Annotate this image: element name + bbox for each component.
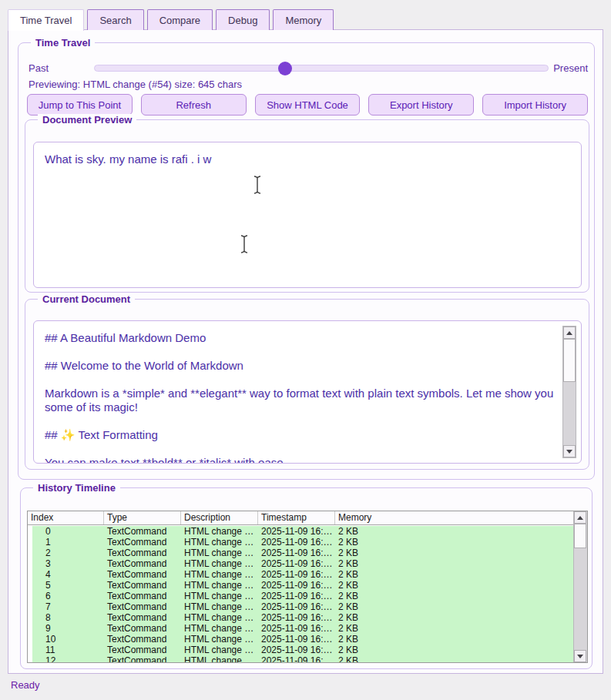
current-document-text: ## A Beautiful Markdown Demo ## Welcome … (45, 331, 556, 464)
table-cell: 2025-11-09 16:… (258, 612, 335, 623)
table-cell: HTML change … (181, 580, 258, 591)
export-history-button[interactable]: Export History (368, 94, 474, 116)
table-cell: TextCommand (104, 655, 181, 662)
table-cell: 2025-11-09 16:… (258, 569, 335, 580)
table-cell: TextCommand (104, 634, 181, 645)
current-document-textarea[interactable]: ## A Beautiful Markdown Demo ## Welcome … (33, 320, 582, 464)
history-table: IndexTypeDescriptionTimestampMemory 0Tex… (27, 511, 588, 663)
scroll-up-button[interactable] (574, 511, 586, 524)
history-slider-row: Past Present (29, 60, 588, 75)
column-header-memory[interactable]: Memory (335, 511, 587, 524)
table-cell: HTML change … (181, 655, 258, 662)
table-cell: TextCommand (104, 548, 181, 558)
table-cell: 2 (32, 548, 104, 558)
table-row[interactable]: 3TextCommandHTML change …2025-11-09 16:…… (32, 558, 573, 569)
time-travel-button-row: Jump to This PointRefreshShow HTML CodeE… (27, 94, 588, 116)
tab-debug[interactable]: Debug (216, 9, 270, 30)
table-cell: 8 (32, 612, 104, 623)
history-timeline-group-label: History Timeline (33, 482, 120, 494)
current-document-scrollbar[interactable] (562, 326, 576, 458)
tab-compare[interactable]: Compare (147, 9, 213, 30)
table-cell: HTML change … (181, 548, 258, 558)
table-row[interactable]: 12TextCommandHTML change …2025-11-09 16:… (32, 655, 573, 662)
table-cell: HTML change … (181, 569, 258, 580)
table-cell: HTML change … (181, 612, 258, 623)
tab-time-travel[interactable]: Time Travel (8, 9, 84, 31)
tab-bar: Time TravelSearchCompareDebugMemory (8, 9, 334, 31)
text-cursor-icon (240, 234, 249, 254)
table-cell: 9 (32, 623, 104, 634)
table-cell: TextCommand (104, 601, 181, 612)
document-preview-textarea[interactable]: What is sky. my name is rafi . i w (33, 142, 582, 288)
table-cell: HTML change … (181, 645, 258, 655)
column-header-description[interactable]: Description (181, 511, 258, 524)
tab-memory[interactable]: Memory (273, 9, 334, 30)
history-table-scrollbar[interactable] (573, 511, 587, 662)
jump-to-this-point-button[interactable]: Jump to This Point (27, 94, 133, 116)
history-slider-track[interactable] (94, 65, 549, 72)
import-history-button[interactable]: Import History (482, 94, 588, 116)
table-row[interactable]: 7TextCommandHTML change …2025-11-09 16:…… (32, 601, 573, 612)
previewing-status-label: Previewing: HTML change (#54) size: 645 … (29, 79, 242, 90)
table-row[interactable]: 1TextCommandHTML change …2025-11-09 16:…… (32, 537, 573, 548)
table-row[interactable]: 0TextCommandHTML change …2025-11-09 16:…… (32, 526, 573, 537)
table-cell: 11 (32, 645, 104, 655)
table-cell: 2025-11-09 16:… (258, 655, 335, 662)
refresh-button[interactable]: Refresh (141, 94, 247, 116)
document-preview-text: What is sky. my name is rafi . i w (45, 152, 556, 166)
table-cell: 2025-11-09 16:… (258, 601, 335, 612)
tab-search[interactable]: Search (87, 9, 143, 30)
scroll-down-button[interactable] (563, 445, 576, 457)
history-slider-thumb[interactable] (278, 62, 292, 75)
table-cell: 2025-11-09 16:… (258, 526, 335, 537)
show-html-code-button[interactable]: Show HTML Code (255, 94, 361, 116)
scroll-down-button[interactable] (574, 650, 586, 662)
table-cell: 4 (32, 569, 104, 580)
table-row[interactable]: 8TextCommandHTML change …2025-11-09 16:…… (32, 612, 573, 623)
table-row[interactable]: 11TextCommandHTML change …2025-11-09 16:… (32, 645, 573, 655)
table-cell: 0 (32, 526, 104, 537)
scroll-up-button[interactable] (563, 327, 576, 339)
table-row[interactable]: 4TextCommandHTML change …2025-11-09 16:…… (32, 569, 573, 580)
table-cell: HTML change … (181, 623, 258, 634)
table-cell: TextCommand (104, 645, 181, 655)
table-cell: HTML change … (181, 558, 258, 569)
table-cell: 2025-11-09 16:… (258, 558, 335, 569)
table-cell: 12 (32, 655, 104, 662)
scrollbar-thumb[interactable] (574, 524, 586, 548)
table-cell: 7 (32, 601, 104, 612)
table-cell: 2 KB (335, 612, 573, 623)
tab-content-panel: Time Travel Past Present Previewing: HTM… (8, 29, 603, 674)
table-row[interactable]: 5TextCommandHTML change …2025-11-09 16:…… (32, 580, 573, 591)
current-document-group-label: Current Document (38, 293, 135, 305)
table-cell: HTML change … (181, 526, 258, 537)
table-cell: TextCommand (104, 558, 181, 569)
document-preview-group-label: Document Preview (38, 114, 136, 126)
table-cell: 2 KB (335, 634, 573, 645)
column-header-timestamp[interactable]: Timestamp (258, 511, 335, 524)
history-timeline-group: History Timeline IndexTypeDescriptionTim… (20, 487, 593, 669)
table-cell: 2 KB (335, 526, 573, 537)
history-table-body: 0TextCommandHTML change …2025-11-09 16:…… (28, 526, 573, 662)
column-header-type[interactable]: Type (104, 511, 181, 524)
table-cell: 2 KB (335, 655, 573, 662)
table-row[interactable]: 9TextCommandHTML change …2025-11-09 16:…… (32, 623, 573, 634)
table-row[interactable]: 10TextCommandHTML change …2025-11-09 16:… (32, 634, 573, 645)
slider-past-label: Past (29, 62, 49, 74)
table-cell: 2 KB (335, 591, 573, 601)
table-cell: TextCommand (104, 526, 181, 537)
scrollbar-thumb[interactable] (563, 339, 576, 382)
table-row[interactable]: 6TextCommandHTML change …2025-11-09 16:…… (32, 591, 573, 601)
current-document-group: Current Document ## A Beautiful Markdown… (25, 299, 589, 470)
table-row[interactable]: 2TextCommandHTML change …2025-11-09 16:…… (32, 548, 573, 558)
document-preview-group: Document Preview What is sky. my name is… (25, 119, 589, 293)
column-header-index[interactable]: Index (28, 511, 104, 524)
history-table-header: IndexTypeDescriptionTimestampMemory (28, 511, 587, 525)
table-cell: HTML change … (181, 591, 258, 601)
table-cell: 6 (32, 591, 104, 601)
table-cell: 2 KB (335, 623, 573, 634)
table-cell: 1 (32, 537, 104, 548)
slider-present-label: Present (553, 62, 588, 74)
table-cell: TextCommand (104, 612, 181, 623)
table-cell: 2025-11-09 16:… (258, 580, 335, 591)
